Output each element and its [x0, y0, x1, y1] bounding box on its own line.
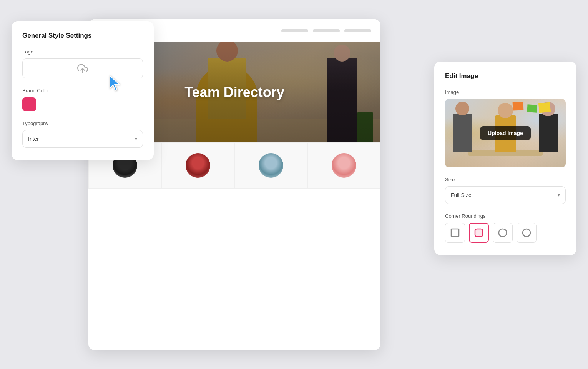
svg-rect-1 — [451, 229, 459, 237]
logo-label: Logo — [22, 49, 143, 55]
left-panel: General Style Settings Logo Brand Color … — [12, 21, 154, 160]
corner-full-icon — [521, 227, 532, 238]
size-select[interactable]: Full Size ▾ — [445, 186, 566, 204]
image-label: Image — [445, 89, 566, 95]
svg-rect-2 — [475, 229, 483, 237]
typography-value: Inter — [28, 136, 39, 142]
image-preview-container[interactable]: Upload Image — [445, 99, 566, 167]
corner-options — [445, 223, 566, 243]
corner-sharp[interactable] — [445, 223, 465, 243]
corner-medium-icon — [473, 227, 484, 238]
upload-icon — [77, 63, 88, 74]
upload-image-button[interactable]: Upload Image — [480, 126, 531, 140]
hero-title: Team Directory — [184, 84, 284, 100]
corner-sharp-icon — [450, 227, 460, 238]
nav-pill-2 — [313, 29, 340, 32]
team-card-2 — [161, 142, 234, 189]
typography-label: Typography — [22, 120, 143, 126]
nav-pill-3 — [344, 29, 371, 32]
brand-color-swatch[interactable] — [22, 97, 36, 111]
right-panel: Edit Image Image — [434, 62, 576, 255]
corner-large[interactable] — [493, 223, 513, 243]
corner-medium[interactable] — [469, 223, 489, 243]
chevron-down-icon: ▾ — [135, 136, 137, 142]
team-card-4 — [307, 142, 380, 189]
right-panel-title: Edit Image — [445, 72, 566, 80]
brand-color-label: Brand Color — [22, 88, 143, 94]
size-value: Full Size — [451, 192, 472, 198]
avatar-2 — [186, 153, 210, 178]
nav-pill-1 — [281, 29, 308, 32]
corner-large-icon — [497, 227, 508, 238]
cursor-svg — [108, 75, 122, 92]
scene: ewInc — [0, 0, 588, 369]
nav-pills — [281, 29, 371, 32]
svg-rect-4 — [523, 229, 530, 237]
corner-full[interactable] — [517, 223, 537, 243]
corner-label: Corner Roundings — [445, 213, 566, 219]
size-chevron-icon: ▾ — [558, 192, 560, 198]
left-panel-title: General Style Settings — [22, 32, 143, 40]
team-card-3 — [234, 142, 307, 189]
size-label: Size — [445, 177, 566, 182]
svg-rect-3 — [499, 229, 507, 237]
avatar-4 — [332, 153, 356, 178]
typography-select[interactable]: Inter ▾ — [22, 130, 143, 148]
logo-upload-box[interactable] — [22, 58, 143, 78]
avatar-3 — [259, 153, 283, 178]
